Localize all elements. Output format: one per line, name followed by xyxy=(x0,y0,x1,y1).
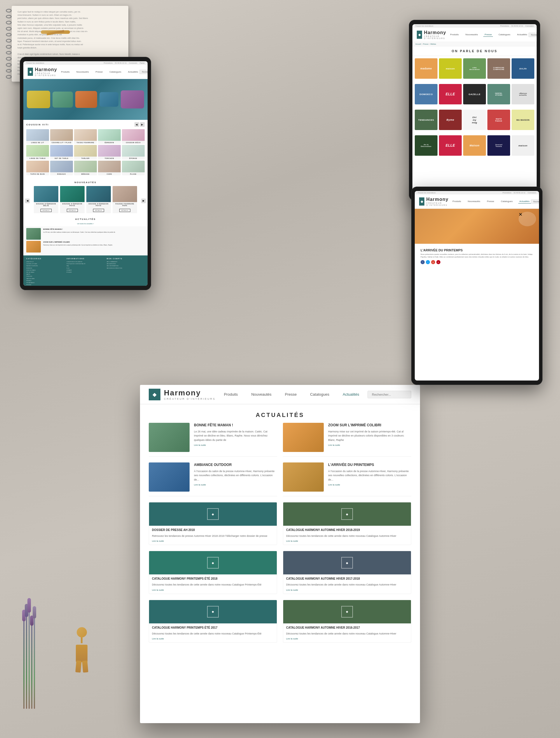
nouv-next-arrow[interactable]: ▶ xyxy=(141,199,146,203)
main-nav-1[interactable]: Produits Nouveautés Presse Catalogues Ac… xyxy=(60,70,139,74)
conn-3[interactable]: Connexion xyxy=(528,192,536,194)
promo-2[interactable]: Promotions xyxy=(500,25,509,27)
see-all-link[interactable]: voir toutes les actualités > xyxy=(23,223,148,225)
details-btn-3[interactable]: DÉTAILS xyxy=(93,209,104,212)
product-couvre-lit[interactable]: COUVRE-LIT / PLAID xyxy=(50,129,73,144)
lire-suite-6[interactable]: Lire la suite xyxy=(286,540,408,542)
connexion[interactable]: Connexion xyxy=(129,62,137,64)
product-cabs[interactable]: CABS xyxy=(98,161,121,175)
conn-2[interactable]: Connexion xyxy=(525,25,534,27)
mag-cote-deco[interactable]: côtédecoration xyxy=(463,58,486,79)
details-btn-4[interactable]: DÉTAILS xyxy=(119,209,130,212)
nav-actualites-2[interactable]: Actualités xyxy=(516,33,529,37)
mag-maison-3[interactable]: Maison xyxy=(463,135,486,156)
promo-3[interactable]: Promotions xyxy=(503,192,511,194)
mag-journal-textile[interactable]: JournalTextile xyxy=(487,135,510,156)
promotions-link[interactable]: Promotions xyxy=(104,62,112,64)
nav-catalogues-3[interactable]: Catalogues xyxy=(500,200,514,204)
product-tablier[interactable]: TABLIER xyxy=(74,145,97,159)
nav-presse-1[interactable]: Presse xyxy=(94,70,104,74)
product-menage[interactable]: MÉNAGE xyxy=(74,161,97,175)
nav-catalogues-2[interactable]: Catalogues xyxy=(497,33,511,37)
twitter-icon[interactable]: t xyxy=(426,260,430,264)
nouveaute-2[interactable]: HOUSSE D'ÉDREDON PATIO DÉTAILS xyxy=(60,186,84,213)
details-btn-1[interactable]: DÉTAILS xyxy=(40,209,51,212)
nouv-prev-arrow[interactable]: ◀ xyxy=(25,199,30,203)
mag-maison-1[interactable]: madame xyxy=(415,58,438,79)
lire-suite-8[interactable]: Lire la suite xyxy=(286,589,408,591)
nouveaute-1[interactable]: HOUSSE D'ÉDREDON DÉLIÈ DÉTAILS xyxy=(34,186,58,213)
large-nav-links[interactable]: Produits Nouveautés Presse Catalogues Ac… xyxy=(222,391,362,398)
mag-elle-2[interactable]: ELLE xyxy=(439,135,462,156)
mag-campagne[interactable]: CAMPAGNECAMPAGNE xyxy=(487,58,510,79)
nav-nouveautes-1[interactable]: Nouveautés xyxy=(75,70,90,74)
lire-suite-1[interactable]: Lire la suite xyxy=(194,444,277,446)
lire-suite-10[interactable]: Lire la suite xyxy=(286,637,408,640)
nav-nouveautes-3[interactable]: Nouveautés xyxy=(467,200,482,204)
pinterest-icon[interactable]: p xyxy=(436,260,441,264)
mag-marie-france[interactable]: mariefrance xyxy=(487,110,510,130)
main-nav-3[interactable]: Produits Nouveautés Presse Catalogues Ac… xyxy=(451,200,531,204)
mag-inspirations[interactable]: INSPIR-ATIONS xyxy=(487,84,510,104)
panier[interactable]: Panier xyxy=(140,62,145,64)
nouveaute-3[interactable]: HOUSSE D'ÉDREDON PATIO DÉTAILS xyxy=(86,186,111,213)
product-rideaux[interactable]: RIDEAUX xyxy=(50,161,73,175)
mag-maison-4[interactable]: maison xyxy=(512,135,534,156)
prev-arrow[interactable]: ◀ xyxy=(134,122,139,127)
mag-ma-maison[interactable]: MA MAISON xyxy=(512,110,534,130)
nav-presse-3[interactable]: Presse xyxy=(486,200,495,204)
close-icon[interactable]: ✕ xyxy=(519,212,536,226)
mag-airlife[interactable]: AirLife xyxy=(512,58,534,79)
product-tapis-bain[interactable]: TAPIS DE BAIN xyxy=(26,161,49,175)
mag-oh-my-mag[interactable]: Oh!mymag xyxy=(463,110,486,130)
lire-suite-4[interactable]: Lire la suite xyxy=(328,483,411,486)
nav-produits-1[interactable]: Produits xyxy=(60,70,70,74)
product-coussin[interactable]: COUSSIN DÉCO xyxy=(122,129,145,144)
google-icon[interactable]: g xyxy=(431,260,435,264)
nav-actualites-1[interactable]: Actualités xyxy=(127,70,139,74)
mag-gazelle[interactable]: GAZELLE xyxy=(463,84,486,104)
search-input-3[interactable] xyxy=(531,200,539,204)
lire-suite-7[interactable]: Lire la suite xyxy=(152,589,274,591)
search-input-2[interactable] xyxy=(529,33,537,37)
nav-produits-2[interactable]: Produits xyxy=(449,33,460,37)
product-torchon[interactable]: TORCHON xyxy=(98,145,121,159)
lire-suite-2[interactable]: Lire la suite xyxy=(328,444,411,446)
large-nav-nouveautes[interactable]: Nouveautés xyxy=(249,391,274,398)
next-arrow[interactable]: ▶ xyxy=(140,122,145,127)
product-eponge[interactable]: ÉPONGE xyxy=(122,145,145,159)
main-nav-2[interactable]: Produits Nouveautés Presse Catalogues Ac… xyxy=(449,33,528,37)
lire-suite-3[interactable]: Lire la suite xyxy=(194,483,277,486)
mag-maison-actuelle[interactable]: +Maisonactuelle xyxy=(512,84,534,104)
nav-produits-3[interactable]: Produits xyxy=(451,200,462,204)
details-btn-2[interactable]: DÉTAILS xyxy=(67,209,77,212)
nav-nouveautes-2[interactable]: Nouveautés xyxy=(464,33,479,37)
large-nav-produits[interactable]: Produits xyxy=(222,391,240,398)
mag-elle-1[interactable]: ELLE xyxy=(439,84,462,104)
search-input-1[interactable] xyxy=(139,70,148,74)
product-set-table[interactable]: SET DE TABLE xyxy=(50,145,73,159)
facebook-icon[interactable]: f xyxy=(421,260,425,264)
product-plage[interactable]: PLAGE xyxy=(122,161,145,175)
mag-tendances[interactable]: TENDANCES xyxy=(415,110,438,130)
large-nav-presse[interactable]: Presse xyxy=(283,391,299,398)
mag-domoeco[interactable]: DOMOECO xyxy=(415,84,438,104)
large-nav-catalogues[interactable]: Catalogues xyxy=(308,391,332,398)
nav-presse-2[interactable]: Presse xyxy=(483,33,493,37)
mag-byme[interactable]: Byme xyxy=(439,110,462,130)
product-linge-table[interactable]: LINGE DE TABLE xyxy=(26,145,49,159)
product-taisie[interactable]: TAISIE FOURRURE xyxy=(74,129,97,144)
lire-suite-9[interactable]: Lire la suite xyxy=(152,637,274,640)
nouveaute-4[interactable]: FAUSSE FOURRURE PAPA DÉTAILS xyxy=(112,186,137,213)
product-edredon[interactable]: ÉDREDON xyxy=(98,129,121,144)
hero-nav-arrows[interactable]: ◀ ▶ xyxy=(134,122,145,127)
breadcrumb-presse[interactable]: Presse xyxy=(423,43,429,45)
large-search-input[interactable] xyxy=(367,391,411,398)
breadcrumb-home[interactable]: Accueil xyxy=(415,43,421,45)
nav-actualites-3[interactable]: Actualités xyxy=(518,200,531,204)
large-nav-actualites[interactable]: Actualités xyxy=(340,391,361,398)
mag-maison-2[interactable]: maison xyxy=(439,58,462,79)
product-linge-lit[interactable]: LINGE DE LIT xyxy=(26,129,49,144)
mag-art-deco[interactable]: Art &Décoration xyxy=(415,135,438,156)
nav-catalogues-1[interactable]: Catalogues xyxy=(108,70,122,74)
